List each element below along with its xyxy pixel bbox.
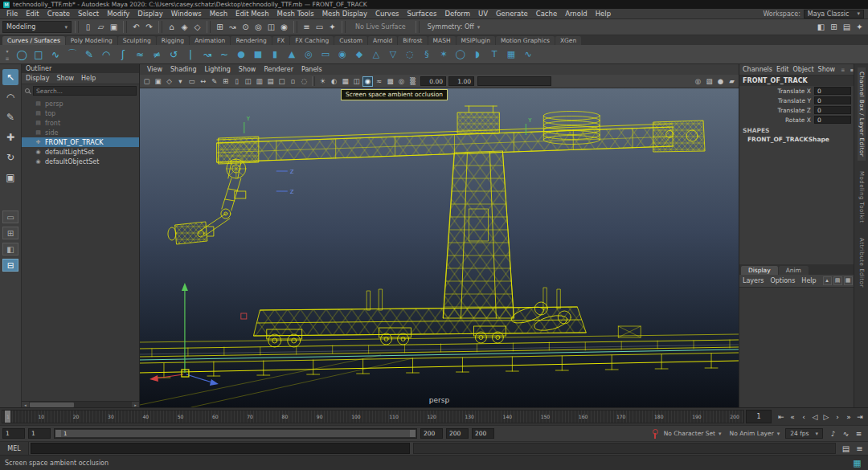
use-default-material-icon[interactable]: ●	[715, 76, 726, 87]
viewport-menu-item[interactable]: Shading	[166, 66, 201, 73]
move-tool-icon[interactable]: ✚	[2, 129, 18, 145]
tab-attribute-editor[interactable]: Attribute Editor	[858, 234, 866, 292]
step-back-frame-button[interactable]: «	[787, 411, 798, 423]
channel-menu-edit[interactable]: Edit	[776, 66, 789, 73]
polygon-disc-icon[interactable]: ◉	[334, 47, 350, 63]
select-camera-icon[interactable]: ▢	[141, 76, 152, 87]
outliner-menu-item[interactable]: Help	[81, 75, 96, 82]
polygon-soccer-ball-icon[interactable]: ◯	[452, 47, 469, 63]
viewport-menu-item[interactable]: Lighting	[200, 66, 234, 73]
four-pane-layout-button[interactable]: ⊞	[2, 227, 18, 239]
channel-name[interactable]: Translate Z	[777, 107, 811, 114]
viewport-menu-item[interactable]: Show	[235, 66, 260, 73]
gamma-field[interactable]: 1.00	[448, 76, 474, 86]
new-empty-layer-icon[interactable]: ▤	[833, 276, 842, 285]
isolate-select-icon[interactable]: ◎	[693, 76, 703, 87]
platonic-solid-icon[interactable]: ◆	[351, 47, 367, 63]
mash-network-icon[interactable]: ▦	[503, 47, 519, 63]
new-layer-from-selected-icon[interactable]: ▦	[844, 276, 853, 285]
layers-menu[interactable]: Layers	[743, 277, 764, 284]
help-menu[interactable]: Help	[801, 277, 816, 284]
command-line-input[interactable]	[31, 443, 410, 454]
render-current-frame-icon[interactable]: ✦	[326, 21, 338, 33]
menu-item[interactable]: Arnold	[561, 10, 592, 18]
safe-title-icon[interactable]: ▫	[288, 76, 298, 87]
select-tool-icon[interactable]: ↖	[2, 69, 18, 85]
snap-to-curve-icon[interactable]: ↝	[227, 21, 239, 33]
polygon-sphere-icon[interactable]: ●	[233, 47, 249, 63]
go-to-end-button[interactable]: ⇥	[854, 411, 866, 423]
step-back-key-button[interactable]: ‹	[798, 411, 809, 423]
grease-pencil-icon[interactable]: ✎	[209, 76, 219, 87]
channel-name[interactable]: Translate X	[777, 88, 811, 95]
polygon-pyramid-icon[interactable]: △	[368, 47, 384, 63]
persp-graph-layout-button[interactable]: ⊟	[2, 259, 18, 272]
hypershade-panel-icon[interactable]: ▤	[841, 21, 853, 33]
make-live-icon[interactable]: ◉	[278, 21, 290, 33]
shelf-tab-poly-modeling[interactable]: Poly Modeling	[66, 36, 117, 45]
menu-item[interactable]: Mesh	[206, 10, 231, 18]
move-layer-up-icon[interactable]: ▴	[823, 276, 832, 285]
outliner-item-default-object-set[interactable]: ◉ defaultObjectSet	[22, 157, 139, 166]
polygon-helix-icon[interactable]: §	[419, 47, 435, 63]
menu-item[interactable]: Surfaces	[403, 10, 441, 18]
playback-end-field[interactable]: 200	[420, 428, 443, 439]
anim-layer-selector[interactable]: No Anim Layer ▾	[727, 430, 783, 437]
graph-editor-icon[interactable]: ∿	[841, 428, 851, 439]
character-set-selector[interactable]: No Character Set ▾	[661, 430, 724, 437]
motion-blur-icon[interactable]: ≈	[374, 76, 384, 87]
polygon-cone-icon[interactable]: ▲	[284, 47, 300, 63]
menu-item[interactable]: Create	[43, 10, 74, 18]
ep-curve-tool-icon[interactable]: ∿	[47, 47, 63, 63]
outliner-item-front-of-track[interactable]: ✚ FRONT_OF_TRACK	[22, 137, 139, 147]
menu-item[interactable]: Deform	[440, 10, 474, 18]
animation-start-field[interactable]: 1	[2, 428, 25, 439]
polygon-pipe-icon[interactable]: ◌	[402, 47, 418, 63]
snap-to-grid-icon[interactable]: ⊞	[214, 21, 226, 33]
options-menu[interactable]: Options	[770, 277, 795, 284]
undo-icon[interactable]: ↶	[130, 21, 142, 33]
menu-item[interactable]: Cache	[532, 10, 561, 18]
outliner-search-input[interactable]	[33, 86, 137, 96]
menu-item[interactable]: Select	[74, 10, 103, 18]
shelf-tab-rigging[interactable]: Rigging	[157, 36, 189, 45]
menu-item[interactable]: UV	[474, 10, 492, 18]
viewport-canvas[interactable]: Y Y Z Z persp	[140, 88, 739, 407]
image-plane-icon[interactable]: ▭	[186, 76, 197, 87]
auto-keyframe-icon[interactable]	[651, 429, 658, 439]
offset-curve-icon[interactable]: ~	[216, 47, 232, 63]
tab-modeling-toolkit[interactable]: Modeling Toolkit	[858, 167, 866, 227]
render-settings-icon[interactable]: ✦	[854, 21, 866, 33]
screen-space-ambient-occlusion-icon[interactable]: ◉	[362, 76, 373, 87]
channel-name[interactable]: Rotate X	[785, 116, 811, 124]
channel-value-field[interactable]: 0	[814, 96, 851, 104]
viewport-menu-item[interactable]: Panels	[297, 66, 326, 73]
gate-mask-icon[interactable]: ▥	[254, 76, 264, 87]
menu-item[interactable]: Curves	[371, 10, 403, 18]
shelf-tab-motion-graphics[interactable]: Motion Graphics	[496, 36, 555, 45]
title-bar[interactable]: M technodolly_TTF.mb* - Autodesk Maya 20…	[0, 0, 868, 9]
menu-item[interactable]: File	[2, 10, 22, 18]
sweep-mesh-icon[interactable]: ∿	[520, 47, 536, 63]
exposure-field[interactable]: 0.00	[420, 76, 446, 86]
command-history-icon[interactable]: ≡	[854, 443, 866, 455]
no-live-surface-label[interactable]: No Live Surface	[349, 23, 412, 31]
shelf-tab-xgen[interactable]: XGen	[555, 36, 581, 45]
save-scene-icon[interactable]: ▣	[108, 21, 120, 33]
select-by-component-icon[interactable]: ◇	[191, 21, 203, 33]
play-backwards-button[interactable]: ◁	[809, 411, 821, 423]
mel-toggle-button[interactable]: MEL	[0, 442, 29, 455]
shelf-tab-mash[interactable]: MASH	[428, 36, 456, 45]
menu-item[interactable]: Help	[592, 10, 615, 18]
super-ellipse-icon[interactable]: ◗	[469, 47, 485, 63]
menuset-selector[interactable]: Modeling ▾	[2, 21, 72, 33]
shelf-menu-icon[interactable]: ≡	[2, 55, 12, 61]
tab-display[interactable]: Display	[741, 266, 778, 275]
resolution-gate-icon[interactable]: ◫	[243, 76, 253, 87]
select-by-hierarchy-icon[interactable]: ⌂	[166, 21, 178, 33]
outliner-item-persp[interactable]: ▤ persp	[22, 99, 139, 108]
extend-curve-icon[interactable]: ↝	[199, 47, 215, 63]
layer-list[interactable]	[739, 287, 854, 408]
outliner-item-side[interactable]: ▤ side	[22, 128, 139, 137]
channel-menu-channels[interactable]: Channels	[743, 66, 772, 73]
